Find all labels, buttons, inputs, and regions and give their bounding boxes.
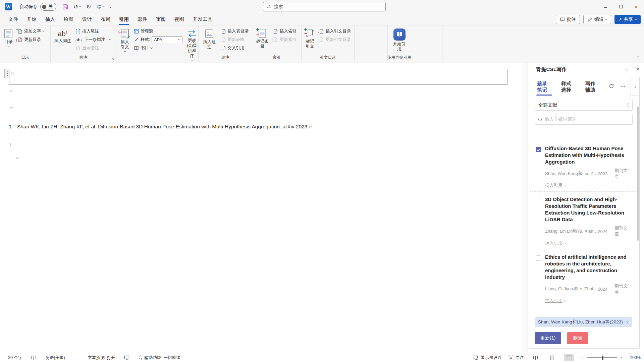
mark-citation-button[interactable]: +− 标记引文 bbox=[304, 27, 316, 50]
insert-toa-button[interactable]: a 插入引文目录 bbox=[318, 27, 352, 35]
citation-checkbox[interactable] bbox=[536, 255, 541, 261]
word-count[interactable]: 20 个字 bbox=[8, 355, 22, 361]
update-index-button[interactable]: ! 更新索引 bbox=[272, 36, 298, 44]
chip-remove-icon[interactable]: × bbox=[626, 320, 629, 325]
toc-button[interactable]: 目录 bbox=[2, 27, 15, 48]
tab-design[interactable]: 设计 bbox=[78, 14, 96, 25]
word-logo-icon[interactable]: W bbox=[5, 3, 12, 10]
mark-entry-button[interactable]: +− 标记条目 bbox=[254, 27, 270, 50]
insert-caption-button[interactable]: 插入题注 bbox=[201, 27, 218, 50]
update-table-button[interactable]: ! 更新表格 bbox=[220, 36, 250, 44]
insert-footnote-button[interactable]: ab1 插入脚注 bbox=[53, 27, 73, 44]
text-prediction-status[interactable]: 文本预测: 打开 bbox=[88, 355, 115, 361]
tab-home[interactable]: 开始 bbox=[22, 14, 41, 25]
tab-references[interactable]: 引用 bbox=[115, 14, 133, 25]
insert-citation-button[interactable]: (-)✓ 插入引文 bbox=[118, 27, 131, 53]
undo-button[interactable]: ↺ bbox=[73, 3, 81, 10]
document-scrollbar[interactable] bbox=[522, 63, 528, 353]
list-item[interactable]: 3D Object Detection and High-Resolution … bbox=[530, 192, 639, 249]
insert-table-of-figures-button[interactable]: 插入表目录 bbox=[220, 27, 250, 35]
pane-close-icon[interactable]: × bbox=[636, 66, 639, 72]
citation-checkbox[interactable] bbox=[536, 198, 541, 203]
display-settings-button[interactable]: 显示器设置 bbox=[473, 355, 502, 361]
insert-endnote-button[interactable]: 插入尾注 bbox=[74, 27, 112, 35]
collapse-ribbon-button[interactable] bbox=[637, 53, 639, 59]
zoom-in-button[interactable]: + bbox=[621, 355, 623, 360]
update-toc-button[interactable]: ! 更新目录 bbox=[16, 36, 46, 44]
style-brush-icon bbox=[134, 37, 139, 42]
zoom-slider-thumb[interactable] bbox=[602, 356, 603, 360]
tab-layout[interactable]: 布局 bbox=[96, 14, 115, 25]
content-control-box[interactable]: 1↓ bbox=[9, 70, 507, 85]
content-control-handle-icon[interactable] bbox=[4, 69, 9, 78]
customize-qat-button[interactable] bbox=[110, 6, 111, 8]
refresh-icon[interactable] bbox=[609, 83, 614, 89]
show-notes-button[interactable]: 显示备注 bbox=[74, 44, 112, 52]
keyword-filter-input[interactable]: 输入关键词筛选 bbox=[535, 114, 633, 125]
add-text-button[interactable]: + 添加文字 bbox=[16, 27, 46, 35]
print-layout-button[interactable] bbox=[547, 354, 557, 361]
tab-style-select[interactable]: 样式选择 bbox=[560, 75, 576, 98]
style-select[interactable]: APA bbox=[152, 36, 182, 43]
insert-citation-link[interactable]: 插入引用 bbox=[545, 298, 566, 304]
next-footnote-button[interactable]: ab↓ 下一条脚注 bbox=[74, 36, 112, 44]
focus-button[interactable]: 专注 bbox=[508, 355, 524, 361]
tab-developer[interactable]: 开发工具 bbox=[189, 14, 217, 25]
tab-file[interactable]: 文件 bbox=[4, 14, 22, 25]
tab-draw[interactable]: 绘图 bbox=[59, 14, 78, 25]
document-canvas[interactable]: 1↓ ↵ ↵ 1.Shan WK, Liu ZH, Zhang XF, et a… bbox=[0, 63, 522, 353]
tab-review[interactable]: 审阅 bbox=[152, 14, 170, 25]
pane-dropdown-icon[interactable] bbox=[625, 67, 628, 70]
autosave-toggle[interactable]: 关 bbox=[40, 3, 56, 11]
library-filter-select[interactable]: 全部文献 bbox=[535, 100, 633, 111]
cross-reference-button[interactable]: - 交叉引用 bbox=[220, 44, 250, 52]
tab-insert[interactable]: 插入 bbox=[41, 14, 59, 25]
more-options-icon[interactable]: ⋯ bbox=[620, 83, 626, 89]
collapse-pane-button[interactable]: ‹ bbox=[631, 77, 639, 96]
maximize-button[interactable] bbox=[613, 0, 629, 13]
insert-index-button[interactable]: 插入索引 bbox=[272, 27, 298, 35]
comments-button[interactable]: 批注 bbox=[556, 15, 580, 24]
close-button[interactable]: × bbox=[629, 0, 644, 13]
save-icon[interactable] bbox=[62, 4, 68, 10]
redo-icon[interactable]: ↻ bbox=[86, 3, 91, 10]
updown-icon bbox=[628, 104, 629, 107]
zoom-slider[interactable] bbox=[587, 357, 617, 358]
language-status[interactable]: 英语(美国) bbox=[45, 355, 65, 361]
tab-view[interactable]: 视图 bbox=[170, 14, 189, 25]
tab-mailings[interactable]: 邮件 bbox=[133, 14, 152, 25]
autosave-control[interactable]: 自动保存 关 bbox=[19, 3, 56, 11]
minimize-button[interactable]: – bbox=[598, 0, 613, 13]
tab-bibliography-notes[interactable]: 题录笔记 bbox=[536, 75, 552, 98]
manage-sources-button[interactable]: 管理源 bbox=[132, 27, 184, 35]
zoom-out-button[interactable]: − bbox=[581, 355, 584, 360]
list-item[interactable]: Ethics of artificial intelligence and ro… bbox=[530, 249, 639, 307]
pane-list-scrollbar[interactable] bbox=[637, 107, 639, 241]
accessibility-status[interactable]: 辅助功能: 一切就绪 bbox=[138, 355, 180, 361]
share-button[interactable]: ↗共享 bbox=[614, 15, 641, 24]
screen-reader-status[interactable] bbox=[124, 355, 129, 360]
bibliography-button[interactable]: 书目 bbox=[132, 44, 184, 52]
citation-checkbox[interactable] bbox=[536, 147, 541, 152]
citation-paragraph[interactable]: 1.Shan WK, Liu ZH, Zhang XF, et al. Diff… bbox=[9, 124, 313, 130]
list-item[interactable]: Discrimination in the Age of Algorithms … bbox=[530, 307, 639, 311]
list-item[interactable]: Diffusion-Based 3D Human Pose Estimation… bbox=[530, 141, 639, 192]
update-toa-button[interactable]: ! 更新引文目录 bbox=[318, 36, 352, 44]
web-layout-button[interactable] bbox=[564, 354, 574, 361]
change-provider-button[interactable]: 更改(C)提供程序 bbox=[185, 27, 199, 62]
ribbon-group-authorities: +− 标记引文 a 插入引文目录 ! 更新引文目录 引文目录 bbox=[302, 25, 355, 62]
numbering-button[interactable] bbox=[97, 4, 104, 9]
editing-mode-button[interactable]: 编辑 bbox=[583, 15, 611, 24]
tab-writing-assist[interactable]: 写作辅助 bbox=[585, 75, 600, 98]
proofing-status[interactable] bbox=[31, 355, 37, 360]
update-button[interactable]: 更新(1) bbox=[535, 332, 561, 344]
insert-citation-link[interactable]: 插入引用 bbox=[545, 240, 566, 246]
insert-citation-link[interactable]: 插入引用 bbox=[545, 182, 566, 188]
zoom-level[interactable]: 100% bbox=[630, 355, 641, 360]
selected-citation-chip[interactable]: Shan, Wen Kang和Liu, Zhen Hua等(2023) × bbox=[535, 317, 632, 327]
footnotes-dialog-launcher-icon[interactable]: ↘ bbox=[111, 57, 115, 60]
delete-button[interactable]: 删除 bbox=[567, 332, 588, 344]
read-mode-button[interactable] bbox=[531, 354, 541, 361]
search-input[interactable]: 搜索 bbox=[263, 2, 386, 11]
start-citation-button[interactable]: 开始引用 bbox=[390, 27, 409, 52]
